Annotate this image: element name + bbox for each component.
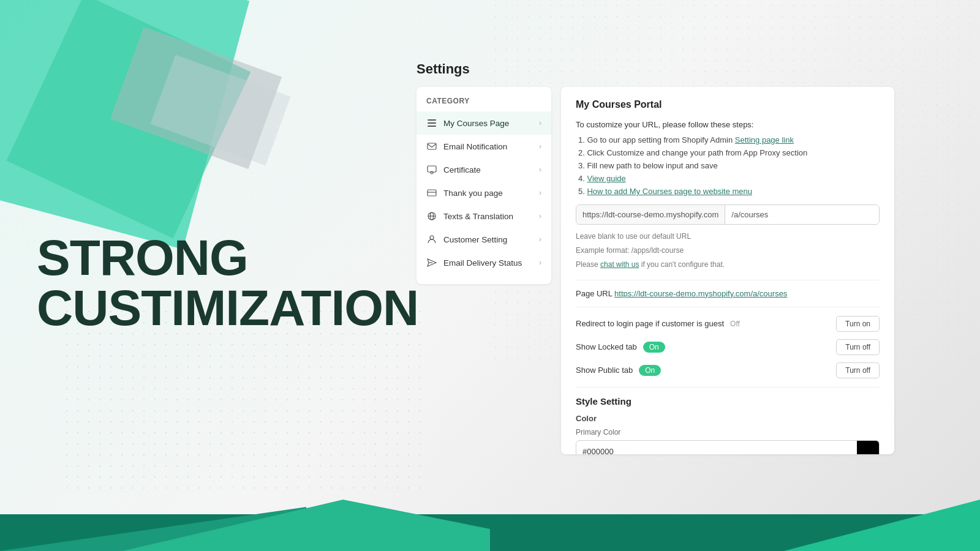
divider-2: [576, 307, 880, 307]
chevron-icon-2: ›: [539, 142, 541, 151]
panel-title: My Courses Portal: [576, 99, 880, 110]
sidebar-item-email-notification[interactable]: Email Notification ›: [417, 135, 551, 158]
sidebar-item-certificate[interactable]: Certificate ›: [417, 158, 551, 181]
certificate-icon: [426, 164, 437, 175]
primary-color-label: Primary Color: [576, 428, 880, 437]
steps-list: 1. Go to our app setting from Shopify Ad…: [576, 135, 880, 196]
primary-color-input-row: [576, 440, 880, 454]
hero-line1: STRONG: [37, 233, 418, 283]
sidebar-item-email-delivery-status[interactable]: Email Delivery Status ›: [417, 251, 551, 274]
divider-1: [576, 280, 880, 280]
step-5: 5. How to add My Courses page to website…: [576, 187, 880, 196]
svg-rect-3: [428, 143, 436, 149]
sidebar-item-label-email-notification: Email Notification: [443, 142, 507, 151]
sidebar-item-label-certificate: Certificate: [443, 165, 481, 174]
style-setting-title: Style Setting: [576, 396, 880, 407]
customize-url-text: To customize your URL, please follow the…: [576, 120, 880, 129]
list-icon: [426, 118, 437, 129]
sidebar-item-label-my-courses-page: My Courses Page: [443, 119, 509, 128]
redirect-turn-on-button[interactable]: Turn on: [836, 316, 880, 332]
public-tab-turn-off-button[interactable]: Turn off: [836, 362, 880, 378]
email-icon: [426, 141, 437, 152]
content-panel: My Courses Portal To customize your URL,…: [561, 87, 894, 454]
help-prefix: Please: [576, 260, 600, 269]
page-title: Settings: [417, 61, 894, 77]
translate-icon: [426, 211, 437, 222]
step-2: 2. Click Customize and change your path …: [576, 148, 880, 157]
category-label: Category: [417, 97, 551, 111]
public-tab-status: On: [639, 365, 661, 376]
primary-color-swatch[interactable]: [857, 441, 879, 454]
url-suffix-input[interactable]: [725, 205, 879, 224]
svg-point-12: [430, 236, 434, 239]
chevron-icon-6: ›: [539, 235, 541, 244]
page-url-row: Page URL https://ldt-course-demo.myshopi…: [576, 289, 880, 298]
locked-tab-status: On: [643, 342, 665, 353]
hero-text: STRONG CUSTIMIZATION: [37, 233, 418, 333]
url-prefix: https://ldt-course-demo.myshopify.com: [576, 205, 725, 224]
color-section-title: Color: [576, 414, 880, 423]
locked-tab-turn-off-button[interactable]: Turn off: [836, 339, 880, 355]
chevron-icon-4: ›: [539, 189, 541, 197]
redirect-label: Redirect to login page if customer is gu…: [576, 319, 724, 328]
sidebar-item-my-courses-page[interactable]: My Courses Page ›: [417, 111, 551, 135]
help-suffix: if you can't configure that.: [641, 260, 725, 269]
send-icon: [426, 257, 437, 268]
card-icon: [426, 187, 437, 198]
help-text-2: Example format: /apps/ldt-course: [576, 245, 880, 257]
main-content: Settings Category My Courses Page ›: [417, 61, 894, 454]
svg-rect-1: [428, 122, 436, 124]
page-url-link[interactable]: https://ldt-course-demo.myshopify.com/a/…: [614, 289, 787, 298]
chevron-icon: ›: [539, 119, 541, 127]
step-1: 1. Go to our app setting from Shopify Ad…: [576, 135, 880, 144]
public-tab-row: Show Public tab On Turn off: [576, 362, 880, 378]
help-text-1: Leave blank to use our default URL: [576, 231, 880, 242]
chevron-icon-3: ›: [539, 165, 541, 174]
settings-layout: Category My Courses Page ›: [417, 87, 894, 454]
page-url-label: Page URL https://ldt-course-demo.myshopi…: [576, 289, 787, 298]
sidebar-item-label-email-delivery-status: Email Delivery Status: [443, 258, 522, 268]
step-3: 3. Fill new path to below input and save: [576, 161, 880, 170]
svg-rect-2: [428, 126, 436, 127]
sidebar-item-texts-translation[interactable]: Texts & Translation ›: [417, 204, 551, 228]
sidebar-item-label-thank-you-page: Thank you page: [443, 189, 503, 198]
svg-rect-7: [428, 190, 436, 196]
sidebar-item-label-customer-setting: Customer Setting: [443, 235, 507, 244]
chevron-icon-5: ›: [539, 212, 541, 220]
svg-rect-0: [428, 119, 436, 121]
divider-3: [576, 387, 880, 388]
sidebar-item-label-texts-translation: Texts & Translation: [443, 212, 513, 221]
hero-line2: CUSTIMIZATION: [37, 283, 418, 333]
public-tab-label: Show Public tab: [576, 365, 633, 375]
view-guide-link[interactable]: View guide: [587, 174, 625, 183]
chat-with-us-link[interactable]: chat with us: [600, 260, 639, 269]
redirect-row: Redirect to login page if customer is gu…: [576, 316, 880, 332]
url-input-row: https://ldt-course-demo.myshopify.com: [576, 204, 880, 225]
redirect-status: Off: [730, 320, 740, 328]
sidebar-item-thank-you-page[interactable]: Thank you page ›: [417, 181, 551, 204]
locked-tab-row: Show Locked tab On Turn off: [576, 339, 880, 355]
step-1-prefix: 1. Go to our app setting from Shopify Ad…: [578, 135, 735, 144]
chevron-icon-7: ›: [539, 258, 541, 267]
sidebar-item-customer-setting[interactable]: Customer Setting ›: [417, 228, 551, 251]
person-icon: [426, 234, 437, 245]
primary-color-text-input[interactable]: [576, 442, 857, 454]
help-text-3: Please chat with us if you can't configu…: [576, 259, 880, 271]
locked-tab-label: Show Locked tab: [576, 342, 637, 351]
step-4: 4. View guide: [576, 174, 880, 183]
setting-page-link[interactable]: Setting page link: [735, 135, 794, 144]
add-my-courses-link[interactable]: How to add My Courses page to website me…: [587, 187, 752, 196]
category-panel: Category My Courses Page ›: [417, 87, 551, 284]
